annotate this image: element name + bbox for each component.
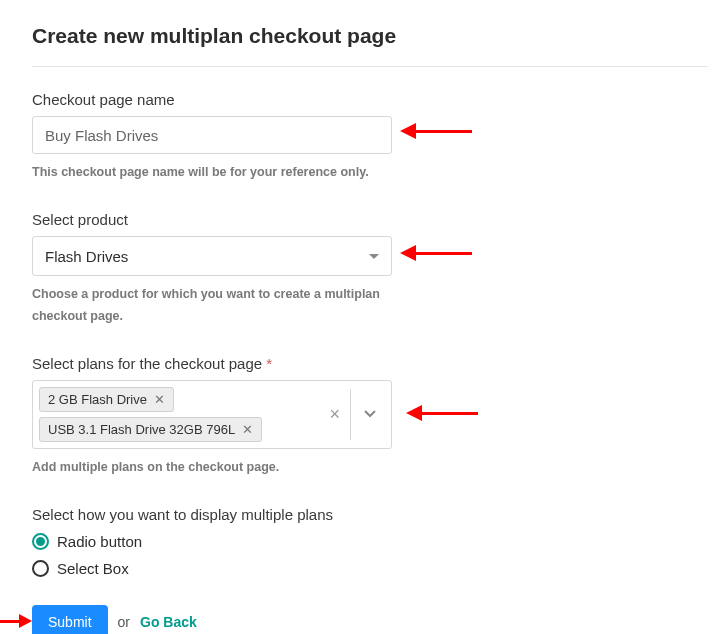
plans-tags: 2 GB Flash Drive ✕ USB 3.1 Flash Drive 3… [33,381,319,448]
field-select-plans: Select plans for the checkout page * 2 G… [32,355,708,478]
plan-tag: USB 3.1 Flash Drive 32GB 796L ✕ [39,417,262,442]
chevron-down-icon [369,254,379,259]
field-checkout-name: Checkout page name This checkout page na… [32,91,708,183]
help-checkout-name: This checkout page name will be for your… [32,162,412,183]
divider [32,66,708,67]
radio-option-select-box[interactable]: Select Box [32,560,708,577]
label-plans: Select plans for the checkout page * [32,355,708,372]
page-title: Create new multiplan checkout page [32,24,708,48]
chevron-down-icon [363,407,377,421]
display-radio-group: Radio button Select Box [32,533,708,577]
product-select-value: Flash Drives [45,248,128,265]
label-plans-text: Select plans for the checkout page [32,355,262,372]
product-select[interactable]: Flash Drives [32,236,392,276]
plan-tag-label: 2 GB Flash Drive [48,392,147,407]
help-plans: Add multiple plans on the checkout page. [32,457,412,478]
remove-tag-icon[interactable]: ✕ [154,393,165,406]
plan-tag: 2 GB Flash Drive ✕ [39,387,174,412]
radio-label: Radio button [57,533,142,550]
expand-dropdown[interactable] [351,407,383,421]
arrow-annotation-icon [406,405,478,421]
remove-tag-icon[interactable]: ✕ [242,423,253,436]
radio-icon [32,560,49,577]
field-display-mode: Select how you want to display multiple … [32,506,708,577]
label-checkout-name: Checkout page name [32,91,708,108]
arrow-annotation-icon [0,614,32,628]
clear-all-icon[interactable]: × [319,405,350,423]
arrow-annotation-icon [400,245,472,261]
label-product: Select product [32,211,708,228]
or-text: or [118,614,130,630]
multiselect-controls: × [319,381,391,448]
label-display: Select how you want to display multiple … [32,506,708,523]
field-select-product: Select product Flash Drives Choose a pro… [32,211,708,327]
arrow-annotation-icon [400,123,472,139]
radio-label: Select Box [57,560,129,577]
required-asterisk: * [266,355,272,372]
radio-option-radio-button[interactable]: Radio button [32,533,708,550]
checkout-name-input[interactable] [32,116,392,154]
help-product: Choose a product for which you want to c… [32,284,412,327]
radio-icon [32,533,49,550]
go-back-link[interactable]: Go Back [140,614,197,630]
plans-multiselect[interactable]: 2 GB Flash Drive ✕ USB 3.1 Flash Drive 3… [32,380,392,449]
plan-tag-label: USB 3.1 Flash Drive 32GB 796L [48,422,235,437]
submit-button[interactable]: Submit [32,605,108,634]
form-actions: Submit or Go Back [32,605,708,634]
